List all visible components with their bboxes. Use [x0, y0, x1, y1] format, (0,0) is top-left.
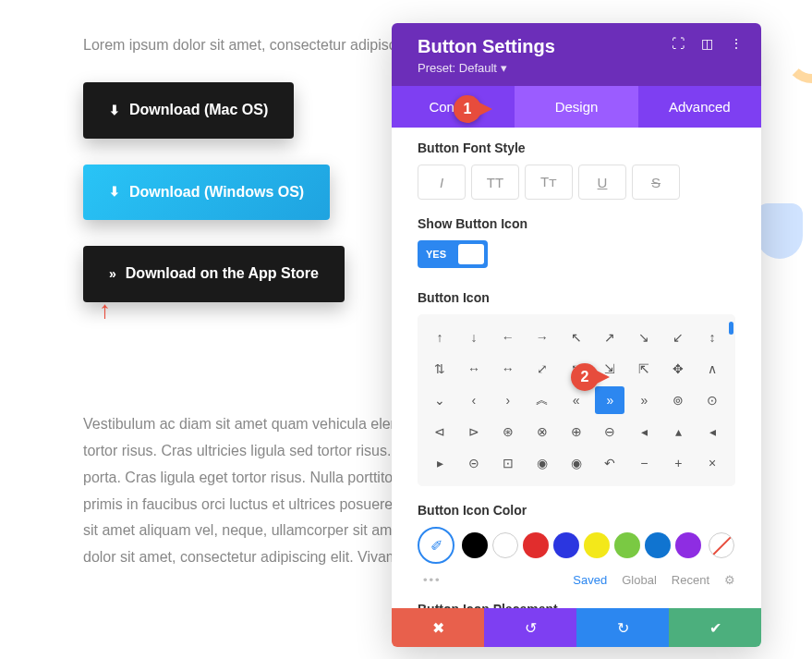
icon-option[interactable]: ▸ — [425, 449, 454, 477]
icon-option[interactable]: ↔ — [493, 355, 523, 383]
icon-option[interactable]: ↘ — [629, 323, 659, 351]
panel-title: Button Settings — [418, 36, 555, 57]
undo-button[interactable]: ↺ — [484, 608, 576, 647]
eyedropper-button[interactable]: ✐ — [418, 527, 454, 564]
button-label: Download on the App Store — [126, 261, 319, 287]
tab-design[interactable]: Design — [515, 86, 637, 128]
icon-picker-grid: ↑↓←→↖↗↘↙↕⇅↔↔⤢⤡⇲⇱✥∧⌄‹›︽«»»⊚⊙⊲⊳⊛⊗⊕⊖◂▴◂▸⊝⊡◉… — [418, 314, 735, 486]
icon-option[interactable]: ⊗ — [527, 418, 557, 445]
check-icon: ✔ — [709, 619, 721, 637]
icon-option[interactable]: ⊳ — [459, 418, 489, 445]
icon-option[interactable]: ◂ — [629, 418, 659, 445]
icon-option[interactable]: ↗ — [595, 323, 624, 351]
show-icon-toggle[interactable]: YES — [418, 240, 488, 268]
icon-option[interactable]: × — [697, 449, 727, 477]
button-label: Download (Windows OS) — [129, 179, 304, 206]
expand-icon[interactable]: ⛶ — [672, 36, 685, 51]
icon-option[interactable]: ↓ — [459, 323, 489, 351]
download-windows-button[interactable]: ⬇ Download (Windows OS) — [83, 165, 330, 221]
redo-icon: ↻ — [617, 619, 629, 637]
global-tab[interactable]: Global — [622, 573, 657, 587]
color-swatch[interactable] — [675, 532, 701, 558]
more-icon[interactable]: ⋮ — [730, 36, 743, 51]
redo-button[interactable]: ↻ — [576, 608, 669, 647]
icon-option[interactable]: ︽ — [527, 386, 557, 414]
icon-option[interactable]: ⊙ — [697, 386, 727, 414]
double-chevron-icon: » — [109, 262, 116, 286]
icon-option[interactable]: ↕ — [697, 323, 727, 351]
icon-option[interactable]: → — [527, 323, 557, 351]
button-label: Download (Mac OS) — [129, 97, 268, 124]
icon-option[interactable]: ◉ — [562, 449, 591, 477]
icon-option[interactable]: ◂ — [697, 418, 727, 445]
icon-option[interactable]: + — [663, 449, 693, 477]
download-mac-button[interactable]: ⬇ Download (Mac OS) — [83, 82, 294, 139]
settings-panel: Button Settings Preset: Default ▾ ⛶ ◫ ⋮ … — [392, 23, 761, 647]
icon-option[interactable]: ⊚ — [663, 386, 693, 414]
undo-icon: ↺ — [525, 619, 537, 637]
icon-option[interactable]: ↶ — [595, 449, 624, 477]
icon-option[interactable]: ⊖ — [595, 418, 624, 445]
layout-icon[interactable]: ◫ — [701, 36, 713, 51]
icon-option[interactable]: ∧ — [697, 355, 727, 383]
toggle-label: YES — [418, 249, 454, 260]
cancel-button[interactable]: ✖ — [392, 608, 484, 647]
underline-button[interactable]: U — [578, 165, 626, 200]
color-swatch-row: ✐ — [418, 527, 735, 564]
icon-color-label: Button Icon Color — [418, 503, 735, 518]
color-swatch[interactable] — [523, 532, 549, 558]
toggle-knob — [458, 244, 484, 264]
confirm-button[interactable]: ✔ — [669, 608, 761, 647]
color-swatch[interactable] — [614, 532, 640, 558]
gear-icon[interactable]: ⚙ — [724, 573, 735, 587]
uppercase-button[interactable]: TT — [471, 165, 519, 200]
icon-option[interactable]: » — [629, 386, 659, 414]
italic-button[interactable]: I — [418, 165, 466, 200]
icon-option[interactable]: ↑ — [425, 323, 454, 351]
icon-option[interactable]: ‹ — [459, 386, 489, 414]
download-icon: ⬇ — [109, 180, 120, 203]
icon-option[interactable]: ✥ — [663, 355, 693, 383]
annotation-callout-2: 2 — [571, 363, 610, 391]
annotation-callout-1: 1 — [454, 95, 492, 123]
more-colors-icon[interactable]: ••• — [423, 573, 442, 587]
icon-option[interactable]: ← — [493, 323, 523, 351]
scrollbar[interactable] — [729, 322, 733, 335]
icon-option[interactable]: ⇱ — [629, 355, 659, 383]
chevron-down-icon: ▾ — [501, 61, 507, 75]
smallcaps-button[interactable]: Tᴛ — [525, 165, 573, 200]
icon-option[interactable]: ⊡ — [493, 449, 523, 477]
icon-option[interactable]: ↔ — [459, 355, 489, 383]
strikethrough-button[interactable]: S — [632, 165, 680, 200]
icon-option[interactable]: › — [493, 386, 523, 414]
icon-option[interactable]: ⤢ — [527, 355, 557, 383]
icon-option[interactable]: ⊛ — [493, 418, 523, 445]
icon-option[interactable]: − — [629, 449, 659, 477]
icon-option[interactable]: ▴ — [663, 418, 693, 445]
icon-option[interactable]: ◉ — [527, 449, 557, 477]
color-swatch[interactable] — [584, 532, 610, 558]
download-icon: ⬇ — [109, 99, 120, 122]
icon-option[interactable]: ⊲ — [425, 418, 454, 445]
saved-tab[interactable]: Saved — [573, 573, 607, 587]
icon-option[interactable]: ⌄ — [425, 386, 454, 414]
icon-option[interactable]: ⊕ — [562, 418, 591, 445]
icon-option[interactable]: ↖ — [562, 323, 591, 351]
color-swatch[interactable] — [462, 532, 488, 558]
icon-option[interactable]: ↙ — [663, 323, 693, 351]
button-icon-label: Button Icon — [418, 290, 735, 305]
icon-option[interactable]: ⊝ — [459, 449, 489, 477]
annotation-arrow-icon: ↑ — [99, 296, 111, 324]
close-icon: ✖ — [432, 619, 444, 637]
recent-tab[interactable]: Recent — [672, 573, 709, 587]
color-swatch[interactable] — [492, 532, 518, 558]
tab-advanced[interactable]: Advanced — [638, 86, 761, 128]
download-appstore-button[interactable]: » Download on the App Store — [83, 246, 345, 302]
icon-placement-label: Button Icon Placement — [418, 602, 735, 608]
no-color-swatch[interactable] — [709, 532, 734, 558]
color-swatch[interactable] — [553, 532, 579, 558]
preset-dropdown[interactable]: Preset: Default ▾ — [418, 61, 555, 75]
icon-option[interactable]: ⇅ — [425, 355, 454, 383]
color-swatch[interactable] — [645, 532, 671, 558]
panel-header: Button Settings Preset: Default ▾ ⛶ ◫ ⋮ — [392, 23, 761, 86]
